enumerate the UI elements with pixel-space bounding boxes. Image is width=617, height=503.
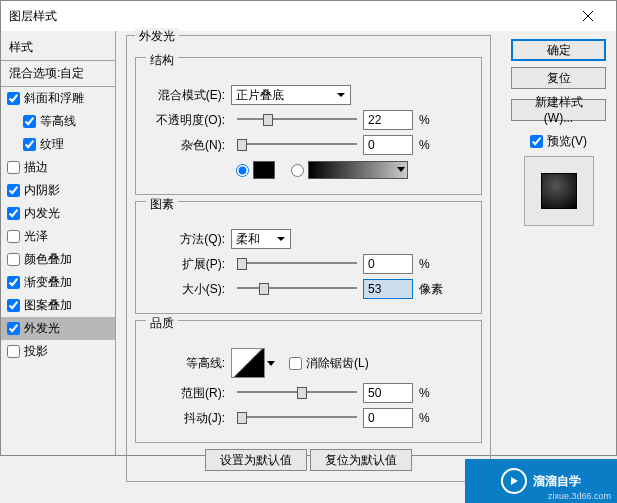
- contour-label: 等高线:: [146, 355, 231, 372]
- sidebar-label-2: 纹理: [40, 136, 64, 153]
- size-label: 大小(S):: [146, 281, 231, 298]
- jitter-slider[interactable]: [237, 411, 357, 425]
- sidebar-item-4[interactable]: 内阴影: [1, 179, 115, 202]
- size-input[interactable]: [363, 279, 413, 299]
- sidebar-checkbox-9[interactable]: [7, 299, 20, 312]
- gradient-radio[interactable]: [291, 164, 304, 177]
- sidebar-subheader[interactable]: 混合选项:自定: [1, 61, 115, 87]
- quality-legend: 品质: [146, 315, 178, 332]
- opacity-input[interactable]: [363, 110, 413, 130]
- default-buttons: 设置为默认值 复位为默认值: [135, 449, 482, 471]
- watermark: 溜溜自学 zixue.3d66.com: [465, 459, 617, 503]
- sidebar-checkbox-3[interactable]: [7, 161, 20, 174]
- range-slider[interactable]: [237, 386, 357, 400]
- antialias-checkbox[interactable]: [289, 357, 302, 370]
- right-panel: 确定 复位 新建样式(W)... 预览(V): [501, 31, 616, 455]
- noise-label: 杂色(N):: [146, 137, 231, 154]
- preview-label: 预览(V): [547, 133, 587, 150]
- sidebar-checkbox-10[interactable]: [7, 322, 20, 335]
- outer-glow-group: 外发光 结构 混合模式(E): 正片叠底 不透明度(O): %: [126, 35, 491, 482]
- close-button[interactable]: [568, 2, 608, 30]
- sidebar-label-7: 颜色叠加: [24, 251, 72, 268]
- size-unit: 像素: [419, 281, 443, 298]
- color-swatch[interactable]: [253, 161, 275, 179]
- structure-group: 结构 混合模式(E): 正片叠底 不透明度(O): % 杂色(N):: [135, 57, 482, 195]
- range-label: 范围(R):: [146, 385, 231, 402]
- spread-input[interactable]: [363, 254, 413, 274]
- noise-unit: %: [419, 138, 430, 152]
- sidebar-checkbox-11[interactable]: [7, 345, 20, 358]
- watermark-text: 溜溜自学: [533, 473, 581, 490]
- sidebar-item-2[interactable]: 纹理: [1, 133, 115, 156]
- sidebar-item-3[interactable]: 描边: [1, 156, 115, 179]
- sidebar-label-10: 外发光: [24, 320, 60, 337]
- panel-title: 外发光: [135, 28, 179, 45]
- sidebar-label-3: 描边: [24, 159, 48, 176]
- size-slider[interactable]: [237, 282, 357, 296]
- sidebar-label-4: 内阴影: [24, 182, 60, 199]
- jitter-input[interactable]: [363, 408, 413, 428]
- sidebar-checkbox-5[interactable]: [7, 207, 20, 220]
- noise-slider[interactable]: [237, 138, 357, 152]
- sidebar-item-8[interactable]: 渐变叠加: [1, 271, 115, 294]
- sidebar-item-10[interactable]: 外发光: [1, 317, 115, 340]
- sidebar-label-8: 渐变叠加: [24, 274, 72, 291]
- main-panel: 外发光 结构 混合模式(E): 正片叠底 不透明度(O): %: [116, 31, 501, 455]
- spread-label: 扩展(P):: [146, 256, 231, 273]
- preview-checkbox[interactable]: [530, 135, 543, 148]
- method-select[interactable]: 柔和: [231, 229, 291, 249]
- play-icon: [501, 468, 527, 494]
- opacity-unit: %: [419, 113, 430, 127]
- range-input[interactable]: [363, 383, 413, 403]
- sidebar-checkbox-1[interactable]: [23, 115, 36, 128]
- opacity-label: 不透明度(O):: [146, 112, 231, 129]
- method-label: 方法(Q):: [146, 231, 231, 248]
- sidebar-checkbox-8[interactable]: [7, 276, 20, 289]
- quality-group: 品质 等高线: 消除锯齿(L) 范围(R): %: [135, 320, 482, 443]
- make-default-button[interactable]: 设置为默认值: [205, 449, 307, 471]
- sidebar-checkbox-0[interactable]: [7, 92, 20, 105]
- sidebar-item-6[interactable]: 光泽: [1, 225, 115, 248]
- reset-button[interactable]: 复位: [511, 67, 606, 89]
- gradient-swatch[interactable]: [308, 161, 408, 179]
- sidebar-checkbox-4[interactable]: [7, 184, 20, 197]
- sidebar-checkbox-6[interactable]: [7, 230, 20, 243]
- reset-default-button[interactable]: 复位为默认值: [310, 449, 412, 471]
- sidebar-item-11[interactable]: 投影: [1, 340, 115, 363]
- sidebar-checkbox-7[interactable]: [7, 253, 20, 266]
- elements-group: 图素 方法(Q): 柔和 扩展(P): % 大小(S):: [135, 201, 482, 314]
- watermark-url: zixue.3d66.com: [548, 491, 611, 501]
- dialog-content: 样式 混合选项:自定 斜面和浮雕等高线纹理描边内阴影内发光光泽颜色叠加渐变叠加图…: [1, 31, 616, 455]
- noise-input[interactable]: [363, 135, 413, 155]
- sidebar-label-0: 斜面和浮雕: [24, 90, 84, 107]
- sidebar-label-11: 投影: [24, 343, 48, 360]
- sidebar-item-1[interactable]: 等高线: [1, 110, 115, 133]
- contour-picker[interactable]: [231, 348, 265, 378]
- sidebar-label-1: 等高线: [40, 113, 76, 130]
- close-icon: [583, 11, 593, 21]
- sidebar-label-5: 内发光: [24, 205, 60, 222]
- jitter-label: 抖动(J):: [146, 410, 231, 427]
- sidebar-item-5[interactable]: 内发光: [1, 202, 115, 225]
- new-style-button[interactable]: 新建样式(W)...: [511, 99, 606, 121]
- sidebar-item-7[interactable]: 颜色叠加: [1, 248, 115, 271]
- sidebar-label-9: 图案叠加: [24, 297, 72, 314]
- opacity-slider[interactable]: [237, 113, 357, 127]
- sidebar-header: 样式: [1, 35, 115, 61]
- spread-unit: %: [419, 257, 430, 271]
- color-radio[interactable]: [236, 164, 249, 177]
- sidebar-item-0[interactable]: 斜面和浮雕: [1, 87, 115, 110]
- sidebar-checkbox-2[interactable]: [23, 138, 36, 151]
- ok-button[interactable]: 确定: [511, 39, 606, 61]
- layer-style-dialog: 图层样式 样式 混合选项:自定 斜面和浮雕等高线纹理描边内阴影内发光光泽颜色叠加…: [0, 0, 617, 456]
- titlebar: 图层样式: [1, 1, 616, 31]
- preview-box: [524, 156, 594, 226]
- blend-mode-select[interactable]: 正片叠底: [231, 85, 351, 105]
- svg-marker-2: [511, 477, 518, 485]
- sidebar-item-9[interactable]: 图案叠加: [1, 294, 115, 317]
- sidebar-label-6: 光泽: [24, 228, 48, 245]
- spread-slider[interactable]: [237, 257, 357, 271]
- jitter-unit: %: [419, 411, 430, 425]
- range-unit: %: [419, 386, 430, 400]
- window-title: 图层样式: [9, 8, 57, 25]
